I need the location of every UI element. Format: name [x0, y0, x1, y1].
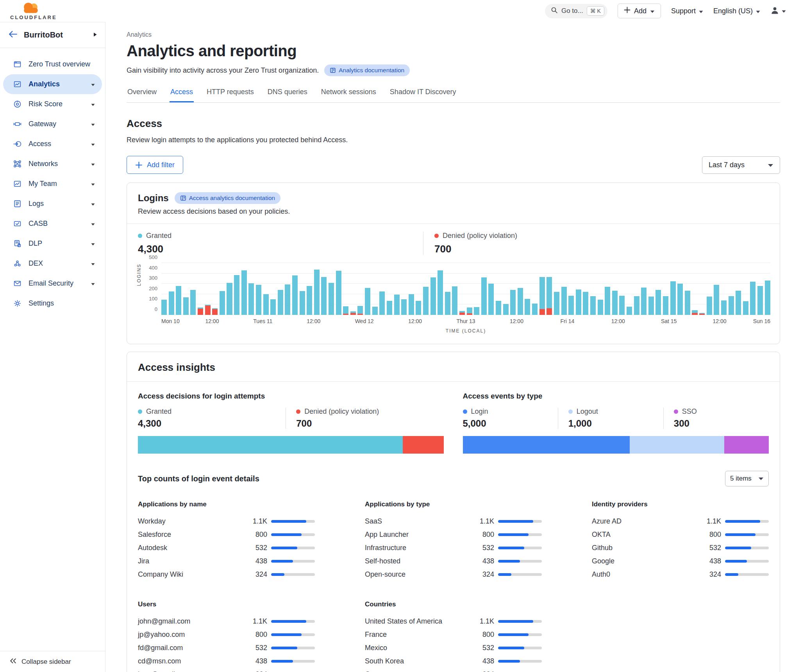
chart-bar — [496, 263, 501, 315]
chevron-down-icon — [91, 161, 95, 168]
chart-bar — [670, 263, 676, 315]
decisions-stacked-bar — [138, 436, 444, 454]
chart-bar — [445, 263, 450, 315]
top-counts-section: Top counts of login event details 5 item… — [127, 454, 780, 672]
sidebar-item-gateway[interactable]: Gateway — [3, 114, 102, 134]
x-tick-label: 12:00 — [611, 318, 625, 324]
language-menu[interactable]: English (US) — [713, 7, 760, 15]
chart-bar — [234, 263, 239, 315]
chart-bar — [292, 263, 298, 315]
count-bar — [725, 533, 769, 536]
analytics-documentation-badge[interactable]: Analytics documentation — [324, 64, 410, 76]
sidebar-item-risk-score[interactable]: Risk Score — [3, 94, 102, 114]
bar-segment-logout — [630, 436, 724, 454]
chart-bar — [321, 263, 327, 315]
logins-subtitle: Review access decisions based on your po… — [138, 207, 769, 216]
chart-bar — [474, 263, 479, 315]
sidebar-item-logs[interactable]: Logs — [3, 194, 102, 214]
topbar: CLOUDFLARE Go to... ⌘ K Add — [0, 0, 793, 22]
add-filter-button[interactable]: Add filter — [127, 156, 183, 174]
tab-shadow-it-discovery[interactable]: Shadow IT Discovery — [389, 88, 457, 102]
chart-bar — [699, 263, 705, 315]
count-row-jira: Jira 438 — [138, 554, 315, 568]
tab-dns-queries[interactable]: DNS queries — [267, 88, 308, 102]
bar-segment-sso — [724, 436, 769, 454]
count-row-saas: SaaS 1.1K — [365, 515, 542, 528]
sidebar-item-casb[interactable]: CASB — [3, 214, 102, 234]
sidebar-item-dex[interactable]: DEX — [3, 254, 102, 273]
chart-bar — [707, 263, 712, 315]
back-arrow-icon[interactable] — [9, 30, 18, 39]
add-button[interactable]: Add — [618, 4, 661, 18]
support-menu[interactable]: Support — [671, 7, 703, 15]
x-axis-ticks: Mon 1012:00Tues 1112:00Wed 1212:00Thur 1… — [161, 318, 770, 327]
chart-bar — [627, 263, 632, 315]
legend-dot — [674, 409, 678, 414]
y-tick-label: 300 — [149, 275, 157, 281]
stat-denied-policy-violation: Denied (policy violation) 700 — [286, 407, 444, 429]
chevron-right-icon[interactable] — [93, 32, 97, 39]
sidebar-item-networks[interactable]: Networks — [3, 154, 102, 174]
access-decisions-panel: Access decisions for login attempts Gran… — [138, 392, 444, 454]
sidebar-item-email-security[interactable]: Email Security — [3, 273, 102, 293]
chart-bar — [605, 263, 610, 315]
count-bar — [498, 547, 542, 549]
chevron-down-icon — [768, 161, 773, 169]
tab-access[interactable]: Access — [170, 88, 194, 102]
tab-http-requests[interactable]: HTTP requests — [206, 88, 255, 102]
collapse-sidebar-button[interactable]: Collapse sidebar — [0, 651, 105, 672]
chart-bar — [263, 263, 269, 315]
analytics-icon — [13, 80, 22, 88]
count-bar — [271, 660, 315, 663]
chart-bar — [750, 263, 755, 315]
chart-bar — [459, 263, 465, 315]
chevron-down-icon — [91, 121, 95, 128]
x-tick-label: 12:00 — [713, 318, 727, 324]
team-header: BurritoBot — [0, 22, 105, 48]
items-count-select[interactable]: 5 items — [725, 471, 769, 486]
chevron-down-icon — [91, 101, 95, 108]
chevron-down-icon — [91, 200, 95, 207]
chart-bar — [481, 263, 487, 315]
access-analytics-documentation-badge[interactable]: Access analytics documentation — [175, 192, 281, 204]
chart-bar — [416, 263, 421, 315]
cloudflare-logo[interactable]: CLOUDFLARE — [0, 2, 105, 20]
chart-bar — [554, 263, 559, 315]
sidebar-item-settings[interactable]: Settings — [3, 293, 102, 313]
tab-overview[interactable]: Overview — [127, 88, 157, 102]
sidebar-item-access[interactable]: Access — [3, 134, 102, 154]
chart-bar — [736, 263, 741, 315]
chart-bar — [685, 263, 690, 315]
count-row-open-source: Open-source 324 — [365, 568, 542, 581]
user-menu[interactable] — [770, 6, 786, 16]
topbar-right: Go to... ⌘ K Add Support English (US) — [545, 4, 793, 18]
search-placeholder: Go to... — [561, 7, 583, 15]
count-bar — [498, 633, 542, 636]
top-counts-column-identity-providers: Identity providers Azure AD 1.1K OKTA 80… — [592, 500, 769, 581]
sidebar-item-dlp[interactable]: DLP — [3, 234, 102, 254]
chart-bar — [169, 263, 174, 315]
x-tick-label: 12:00 — [408, 318, 422, 324]
sidebar-item-analytics[interactable]: Analytics — [3, 74, 102, 94]
count-bar — [498, 573, 542, 576]
count-bar — [498, 660, 542, 663]
bar-segment-denied-policy-violation — [403, 436, 444, 454]
date-range-select[interactable]: Last 7 days — [702, 156, 780, 174]
access-description: Review login attempts to the application… — [127, 136, 780, 144]
chart-bar — [270, 263, 276, 315]
dlp-icon — [13, 239, 22, 248]
chart-bar — [692, 263, 697, 315]
count-row-cd-msn-com: cd@msn.com 438 — [138, 654, 315, 668]
sidebar-nav: Zero Trust overview Analytics Risk Score… — [0, 48, 105, 651]
count-row-workday: Workday 1.1K — [138, 515, 315, 528]
chart-bar — [663, 263, 668, 315]
chart-bar — [648, 263, 654, 315]
global-search[interactable]: Go to... ⌘ K — [545, 4, 607, 18]
sidebar-item-zero-trust-overview[interactable]: Zero Trust overview — [3, 54, 102, 74]
chevron-down-icon — [91, 280, 95, 287]
sidebar-item-my-team[interactable]: My Team — [3, 174, 102, 194]
count-row-south-korea: South Korea 438 — [365, 654, 542, 668]
chevron-down-icon — [91, 220, 95, 227]
tab-network-sessions[interactable]: Network sessions — [320, 88, 377, 102]
breadcrumb[interactable]: Analytics — [127, 31, 780, 38]
